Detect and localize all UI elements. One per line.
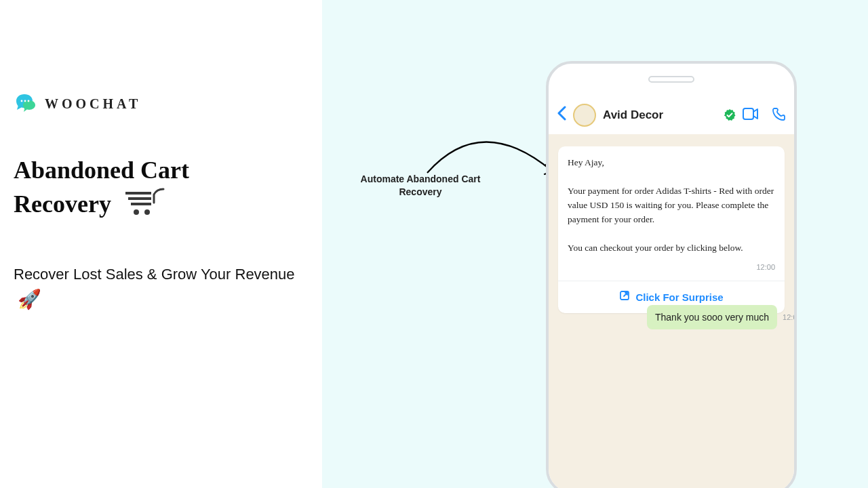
- curved-arrow-icon: [420, 125, 563, 186]
- contact-avatar[interactable]: [573, 104, 596, 127]
- svg-point-1: [24, 100, 26, 102]
- phone-speaker-icon: [648, 76, 694, 83]
- message-greeting: Hey Ajay,: [568, 156, 775, 170]
- chat-body: Hey Ajay, Your payment for order Adidas …: [549, 134, 794, 488]
- brand-name: WOOCHAT: [45, 96, 141, 112]
- chat-bubble-icon: [14, 92, 38, 116]
- reply-timestamp: 12:06: [783, 313, 797, 321]
- phone-call-icon[interactable]: [772, 107, 786, 123]
- svg-rect-8: [743, 108, 753, 119]
- page-subheading: Recover Lost Sales & Grow Your Revenue 🚀: [14, 263, 305, 314]
- outgoing-message-bubble: Thank you sooo very much: [647, 305, 777, 329]
- phone-mockup: Avid Decor Hey Ajay, Your payment for or…: [546, 61, 797, 488]
- outgoing-message-row: Thank you sooo very much 12:06 ✓✓: [647, 305, 797, 329]
- message-timestamp: 12:00: [568, 262, 775, 273]
- incoming-message-bubble: Hey Ajay, Your payment for order Adidas …: [558, 146, 785, 313]
- svg-point-0: [21, 100, 23, 102]
- left-content-panel: WOOCHAT Abandoned Cart Recovery Recover …: [14, 92, 305, 314]
- shopping-cart-icon: [124, 188, 166, 225]
- chat-header: Avid Decor: [549, 98, 794, 133]
- brand-logo: WOOCHAT: [14, 92, 305, 116]
- page-headline: Abandoned Cart Recovery: [14, 153, 305, 226]
- external-link-icon: [619, 289, 630, 305]
- contact-name[interactable]: Avid Decor: [603, 108, 719, 122]
- subhead-text: Recover Lost Sales & Grow Your Revenue: [14, 266, 295, 283]
- message-footer: You can checkout your order by clicking …: [568, 241, 775, 256]
- svg-point-2: [28, 100, 30, 102]
- svg-point-7: [144, 209, 150, 215]
- headline-line1: Abandoned Cart: [14, 153, 305, 187]
- cta-label: Click For Surprise: [635, 289, 723, 305]
- video-call-icon[interactable]: [743, 108, 759, 123]
- reply-text: Thank you sooo very much: [655, 312, 769, 323]
- back-chevron-icon[interactable]: [557, 106, 566, 125]
- verified-badge-icon: [724, 109, 736, 121]
- svg-point-6: [134, 209, 139, 215]
- headline-line2: Recovery: [14, 190, 111, 218]
- message-body: Your payment for order Adidas T-shirts -…: [568, 184, 775, 227]
- reply-meta: 12:06 ✓✓: [783, 312, 797, 323]
- rocket-icon: 🚀: [18, 285, 41, 314]
